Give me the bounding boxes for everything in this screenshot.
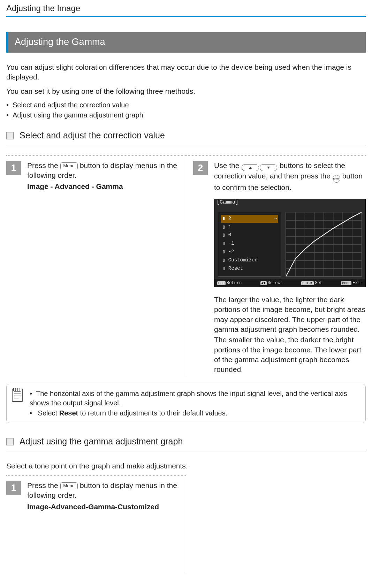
- explain-text: The larger the value, the lighter the da…: [214, 295, 366, 334]
- header-rule: [6, 16, 366, 17]
- step-text: Press the: [27, 481, 60, 489]
- list-item: Adjust using the gamma adjustment graph: [6, 110, 366, 120]
- step-column-right: 2 Use the buttons to select the correcti…: [186, 155, 366, 375]
- step-column-left: 1 Press the Menu button to display menus…: [6, 475, 186, 573]
- menu-button-icon: Menu: [60, 482, 78, 489]
- osd-option-selected: ▮ 2: [221, 215, 278, 223]
- subsection-marker-icon: [6, 438, 14, 445]
- enter-button-icon: Enter: [333, 175, 340, 183]
- subsection-heading: Adjust using the gamma adjustment graph: [20, 436, 183, 448]
- intro-block: You can adjust slight coloration differe…: [6, 62, 366, 96]
- osd-title: [Gamma]: [217, 199, 365, 206]
- note-item: The horizontal axis of the gamma adjustm…: [30, 389, 360, 408]
- running-header: Adjusting the Image: [6, 0, 366, 16]
- osd-option: ▯ -1: [221, 239, 278, 247]
- instruction-text: Select a tone point on the graph and mak…: [6, 461, 366, 471]
- list-item: Select and adjust the correction value: [6, 100, 366, 110]
- osd-option: ▯ -2: [221, 248, 278, 256]
- gamma-graph: [286, 212, 362, 277]
- osd-option: ▯ Customized: [221, 256, 278, 264]
- note-item: Select Reset to return the adjustments t…: [30, 408, 360, 418]
- intro-text-2: You can set it by using one of the follo…: [6, 86, 366, 96]
- method-list: Select and adjust the correction value A…: [6, 100, 366, 120]
- step-body: Press the Menu button to display menus i…: [27, 481, 179, 513]
- step-body: Press the Menu button to display menus i…: [27, 161, 179, 193]
- subsection-heading-row: Select and adjust the correction value: [6, 130, 366, 145]
- section-heading: Adjusting the Gamma: [6, 32, 366, 52]
- explain-text: The smaller the value, the darker the br…: [214, 335, 366, 374]
- step-text: Press the: [27, 161, 60, 169]
- osd-option-list: ▮ 2 ▯ 1 ▯ 0 ▯ -1 ▯ -2 ▯ Customized ▯ Res…: [218, 212, 281, 277]
- osd-footer: EscReturn ▲▼Select EnterSet MenuExit: [214, 279, 365, 287]
- intro-text-1: You can adjust slight coloration differe…: [6, 62, 366, 82]
- step-number: 1: [6, 161, 21, 175]
- osd-option: ▯ 0: [221, 231, 278, 239]
- note-box: The horizontal axis of the gamma adjustm…: [6, 384, 366, 423]
- osd-option: ▯ 1: [221, 223, 278, 231]
- osd-screenshot: [Gamma] ▮ 2 ▯ 1 ▯ 0 ▯ -1 ▯ -2 ▯ Customiz…: [214, 199, 366, 287]
- step-number: 2: [193, 161, 208, 175]
- osd-hint-set: EnterSet: [301, 280, 322, 286]
- step-number: 1: [6, 481, 21, 495]
- subsection-heading-row: Adjust using the gamma adjustment graph: [6, 436, 366, 451]
- down-button-icon: [260, 164, 277, 171]
- menu-path: Image-Advanced-Gamma-Customized: [27, 502, 179, 512]
- note-icon: [12, 388, 23, 419]
- osd-hint-return: EscReturn: [217, 280, 242, 286]
- page-number: 40: [6, 587, 366, 588]
- osd-option: ▯ Reset: [221, 265, 278, 273]
- step-column-right: [186, 475, 366, 573]
- osd-hint-exit: MenuExit: [341, 280, 363, 286]
- step-explanation: The larger the value, the lighter the da…: [214, 295, 366, 375]
- subsection-marker-icon: [6, 132, 14, 139]
- menu-button-icon: Menu: [60, 162, 78, 169]
- note-body: The horizontal axis of the gamma adjustm…: [30, 388, 360, 419]
- subsection-heading: Select and adjust the correction value: [20, 130, 165, 142]
- up-button-icon: [242, 164, 259, 171]
- osd-hint-select: ▲▼Select: [260, 280, 283, 286]
- step-body: Use the buttons to select the correction…: [214, 161, 366, 375]
- step-text: Use the: [214, 161, 241, 169]
- step-column-left: 1 Press the Menu button to display menus…: [6, 155, 186, 375]
- menu-path: Image - Advanced - Gamma: [27, 182, 179, 191]
